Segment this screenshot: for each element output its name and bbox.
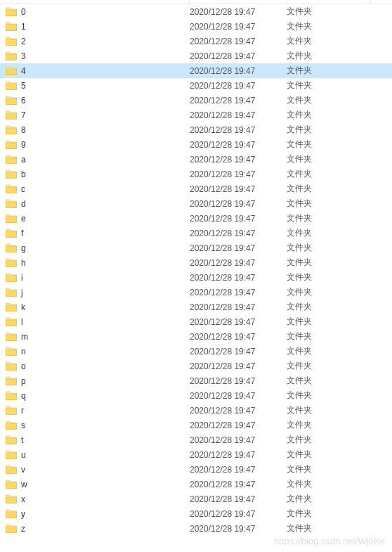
folder-icon	[6, 406, 17, 415]
file-row[interactable]: 02020/12/28 19:47文件夹	[0, 4, 392, 19]
file-row[interactable]: o2020/12/28 19:47文件夹	[0, 359, 392, 373]
folder-icon	[6, 37, 17, 46]
file-type-cell: 文件夹	[287, 360, 371, 372]
file-type-cell: 文件夹	[287, 478, 371, 490]
file-name-label: l	[21, 317, 23, 327]
folder-icon	[6, 288, 17, 297]
file-name-cell: 3	[6, 51, 190, 61]
file-date-cell: 2020/12/28 19:47	[190, 199, 287, 209]
file-row[interactable]: d2020/12/28 19:47文件夹	[0, 196, 392, 211]
file-row[interactable]: c2020/12/28 19:47文件夹	[0, 181, 392, 196]
file-row[interactable]: i2020/12/28 19:47文件夹	[0, 270, 392, 285]
file-date-cell: 2020/12/28 19:47	[190, 450, 287, 460]
file-name-cell: m	[6, 332, 190, 342]
file-name-cell: 0	[6, 7, 190, 17]
file-row[interactable]: v2020/12/28 19:47文件夹	[0, 462, 392, 477]
file-row[interactable]: 82020/12/28 19:47文件夹	[0, 122, 392, 137]
folder-icon	[6, 435, 17, 444]
file-date-cell: 2020/12/28 19:47	[190, 480, 287, 489]
file-row[interactable]: a2020/12/28 19:47文件夹	[0, 152, 392, 167]
folder-icon	[6, 273, 17, 282]
file-row[interactable]: 52020/12/28 19:47文件夹	[0, 78, 392, 93]
file-type-cell: 文件夹	[287, 434, 371, 446]
file-row[interactable]: w2020/12/28 19:47文件夹	[0, 477, 392, 492]
file-type-cell: 文件夹	[287, 94, 371, 106]
folder-icon	[6, 524, 17, 533]
folder-icon	[6, 7, 17, 16]
file-row[interactable]: 42020/12/28 19:47文件夹	[0, 63, 392, 78]
file-row[interactable]: b2020/12/28 19:47文件夹	[0, 167, 392, 181]
file-row[interactable]: t2020/12/28 19:47文件夹	[0, 432, 392, 447]
folder-icon	[6, 465, 17, 474]
folder-icon	[6, 169, 17, 179]
file-date-cell: 2020/12/28 19:47	[190, 169, 287, 179]
file-name-label: t	[21, 435, 23, 445]
file-name-cell: s	[6, 421, 190, 430]
file-name-label: r	[21, 406, 24, 416]
file-name-cell: c	[6, 184, 190, 194]
file-date-cell: 2020/12/28 19:47	[190, 258, 287, 268]
file-row[interactable]: h2020/12/28 19:47文件夹	[0, 255, 392, 270]
file-row[interactable]: r2020/12/28 19:47文件夹	[0, 403, 392, 418]
file-date-cell: 2020/12/28 19:47	[190, 51, 287, 61]
file-row[interactable]: e2020/12/28 19:47文件夹	[0, 211, 392, 226]
file-row[interactable]: k2020/12/28 19:47文件夹	[0, 300, 392, 314]
file-name-label: 6	[21, 96, 26, 105]
file-name-cell: 7	[6, 110, 190, 120]
file-name-label: 3	[21, 51, 26, 61]
file-type-cell: 文件夹	[287, 50, 371, 62]
file-name-label: 9	[21, 140, 26, 150]
file-row[interactable]: x2020/12/28 19:47文件夹	[0, 492, 392, 506]
file-row[interactable]: 92020/12/28 19:47文件夹	[0, 137, 392, 152]
file-name-label: b	[21, 169, 26, 179]
file-type-cell: 文件夹	[287, 153, 371, 165]
file-name-label: u	[21, 450, 26, 460]
file-row[interactable]: g2020/12/28 19:47文件夹	[0, 240, 392, 255]
file-row[interactable]: j2020/12/28 19:47文件夹	[0, 285, 392, 300]
file-type-cell: 文件夹	[287, 345, 371, 357]
file-date-cell: 2020/12/28 19:47	[190, 494, 287, 504]
file-name-label: h	[21, 258, 26, 268]
file-row[interactable]: 12020/12/28 19:47文件夹	[0, 19, 392, 34]
file-row[interactable]: n2020/12/28 19:47文件夹	[0, 344, 392, 359]
file-date-cell: 2020/12/28 19:47	[190, 302, 287, 312]
file-name-cell: v	[6, 465, 190, 475]
file-row[interactable]: m2020/12/28 19:47文件夹	[0, 329, 392, 344]
file-name-cell: 5	[6, 81, 190, 91]
file-name-cell: w	[6, 480, 190, 489]
file-row[interactable]: u2020/12/28 19:47文件夹	[0, 447, 392, 462]
file-row[interactable]: l2020/12/28 19:47文件夹	[0, 314, 392, 329]
file-row[interactable]: z2020/12/28 19:47文件夹	[0, 521, 392, 536]
file-date-cell: 2020/12/28 19:47	[190, 421, 287, 430]
file-date-cell: 2020/12/28 19:47	[190, 37, 287, 46]
file-name-label: q	[21, 391, 26, 401]
file-name-label: m	[21, 332, 28, 342]
file-type-cell: 文件夹	[287, 198, 371, 210]
folder-icon	[6, 199, 17, 208]
file-row[interactable]: s2020/12/28 19:47文件夹	[0, 418, 392, 432]
folder-icon	[6, 347, 17, 356]
file-row[interactable]: q2020/12/28 19:47文件夹	[0, 388, 392, 403]
watermark-text: https://blog.csdn.net/WjoKe	[274, 536, 385, 546]
file-row[interactable]: f2020/12/28 19:47文件夹	[0, 226, 392, 240]
file-name-label: a	[21, 155, 26, 165]
file-date-cell: 2020/12/28 19:47	[190, 391, 287, 401]
file-row[interactable]: 32020/12/28 19:47文件夹	[0, 49, 392, 63]
file-row[interactable]: p2020/12/28 19:47文件夹	[0, 373, 392, 388]
file-row[interactable]: 22020/12/28 19:47文件夹	[0, 34, 392, 49]
file-name-label: i	[21, 273, 23, 283]
file-type-cell: 文件夹	[287, 301, 371, 313]
file-name-label: s	[21, 421, 25, 430]
file-row[interactable]: y2020/12/28 19:47文件夹	[0, 506, 392, 521]
folder-icon	[6, 376, 17, 385]
file-type-cell: 文件夹	[287, 65, 371, 77]
folder-icon	[6, 480, 17, 489]
file-name-cell: 6	[6, 96, 190, 105]
file-name-label: 7	[21, 110, 26, 120]
file-date-cell: 2020/12/28 19:47	[190, 288, 287, 297]
file-name-label: 0	[21, 7, 26, 17]
file-row[interactable]: 72020/12/28 19:47文件夹	[0, 108, 392, 122]
file-name-cell: x	[6, 494, 190, 504]
file-row[interactable]: 62020/12/28 19:47文件夹	[0, 93, 392, 108]
file-name-cell: 4	[6, 66, 190, 76]
